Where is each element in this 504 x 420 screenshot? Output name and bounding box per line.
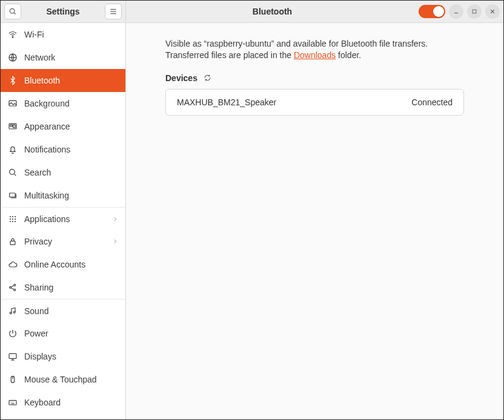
background-icon xyxy=(8,99,18,108)
sidebar-item-network[interactable]: Network xyxy=(1,46,125,69)
sidebar-item-label: Privacy xyxy=(24,237,105,246)
svg-rect-36 xyxy=(9,401,16,405)
content: Visible as “raspberry-ubuntu” and availa… xyxy=(126,23,503,116)
sidebar-item-online-accounts[interactable]: Online Accounts xyxy=(1,253,125,276)
chevron-right-icon xyxy=(112,238,118,244)
svg-rect-9 xyxy=(10,125,12,126)
sidebar-item-sharing[interactable]: Sharing xyxy=(1,276,125,299)
search-button[interactable] xyxy=(4,4,21,19)
keyboard-icon xyxy=(8,398,18,407)
device-name: MAXHUB_BM21_Speaker xyxy=(177,97,276,107)
close-button[interactable] xyxy=(485,4,500,19)
svg-point-0 xyxy=(10,8,15,13)
sidebar-item-label: Background xyxy=(24,99,118,108)
share-icon xyxy=(8,283,18,292)
svg-point-15 xyxy=(12,215,13,217)
sidebar-item-bluetooth[interactable]: Bluetooth xyxy=(1,69,125,92)
maximize-button[interactable] xyxy=(467,4,482,19)
maximize-icon xyxy=(471,8,477,15)
device-list: MAXHUB_BM21_Speaker Connected xyxy=(165,89,464,116)
svg-point-17 xyxy=(10,218,11,219)
sound-icon xyxy=(8,306,18,316)
svg-point-11 xyxy=(10,169,15,175)
sidebar-title: Settings xyxy=(25,7,101,16)
svg-point-20 xyxy=(10,220,11,221)
sidebar-item-multitasking[interactable]: Multitasking xyxy=(1,184,125,207)
svg-point-30 xyxy=(13,311,15,313)
svg-line-27 xyxy=(11,286,14,287)
wifi-icon xyxy=(8,30,18,39)
sidebar-item-label: Online Accounts xyxy=(24,260,118,269)
sidebar-item-label: Power xyxy=(24,329,118,338)
svg-point-26 xyxy=(14,289,16,291)
devices-label: Devices xyxy=(165,73,197,83)
menu-button[interactable] xyxy=(105,4,122,19)
sidebar-item-label: Keyboard xyxy=(24,398,118,407)
sidebar-item-search[interactable]: Search xyxy=(1,161,125,184)
svg-line-12 xyxy=(14,174,16,176)
lock-icon xyxy=(8,237,18,246)
svg-point-16 xyxy=(15,215,16,217)
svg-rect-31 xyxy=(9,353,16,358)
sidebar-item-sound[interactable]: Sound xyxy=(1,299,125,322)
hamburger-icon xyxy=(109,7,118,16)
svg-rect-10 xyxy=(13,125,15,128)
sidebar-item-label: Multitasking xyxy=(24,191,118,200)
bluetooth-icon xyxy=(8,76,18,85)
svg-rect-23 xyxy=(10,241,15,244)
mouse-icon xyxy=(8,375,18,384)
refresh-icon xyxy=(204,74,211,82)
sidebar-item-label: Network xyxy=(24,53,118,62)
sidebar-item-notifications[interactable]: Notifications xyxy=(1,138,125,161)
sidebar-item-mouse[interactable]: Mouse & Touchpad xyxy=(1,368,125,391)
main: Bluetooth Visible as “ xyxy=(126,1,503,419)
chevron-right-icon xyxy=(112,216,118,222)
sidebar-item-label: Bluetooth xyxy=(24,76,118,85)
visibility-description: Visible as “raspberry-ubuntu” and availa… xyxy=(165,38,464,61)
svg-point-18 xyxy=(12,218,13,219)
svg-point-19 xyxy=(15,218,16,219)
device-row[interactable]: MAXHUB_BM21_Speaker Connected xyxy=(166,90,463,115)
sidebar-item-keyboard[interactable]: Keyboard xyxy=(1,391,125,414)
svg-rect-13 xyxy=(10,193,15,197)
sidebar-item-power[interactable]: Power xyxy=(1,322,125,345)
sidebar-item-label: Search xyxy=(24,168,118,177)
power-icon xyxy=(8,329,18,338)
svg-point-21 xyxy=(12,220,13,221)
sidebar-item-wifi[interactable]: Wi-Fi xyxy=(1,23,125,46)
svg-point-24 xyxy=(10,287,12,289)
bell-icon xyxy=(8,145,18,154)
svg-point-22 xyxy=(15,220,16,221)
downloads-link[interactable]: Downloads xyxy=(294,50,336,60)
sidebar-item-label: Displays xyxy=(24,352,118,361)
search-icon xyxy=(8,7,17,16)
svg-point-25 xyxy=(14,284,16,286)
sidebar-item-background[interactable]: Background xyxy=(1,92,125,115)
page-title: Bluetooth xyxy=(130,7,415,16)
desc-text-post: folder. xyxy=(336,50,361,60)
svg-line-1 xyxy=(14,13,16,15)
device-status: Connected xyxy=(411,97,453,107)
sidebar-header: Settings xyxy=(1,1,125,23)
minimize-icon xyxy=(453,8,459,15)
bluetooth-toggle[interactable] xyxy=(419,5,445,18)
close-icon xyxy=(489,8,496,15)
sidebar-item-appearance[interactable]: Appearance xyxy=(1,115,125,138)
minimize-button[interactable] xyxy=(449,4,463,19)
devices-header: Devices xyxy=(165,73,464,83)
appearance-icon xyxy=(8,122,18,131)
sidebar-item-label: Notifications xyxy=(24,145,118,154)
sidebar-item-label: Wi-Fi xyxy=(24,30,118,39)
sidebar-item-label: Appearance xyxy=(24,122,118,131)
apps-icon xyxy=(8,214,18,224)
toggle-knob xyxy=(433,6,444,17)
sidebar-item-applications[interactable]: Applications xyxy=(1,207,125,230)
svg-line-28 xyxy=(11,288,14,290)
svg-point-29 xyxy=(10,312,12,313)
sidebar-item-displays[interactable]: Displays xyxy=(1,345,125,368)
sidebar-item-label: Applications xyxy=(24,214,105,224)
sidebar: Settings Wi-Fi Network xyxy=(1,1,126,419)
search-icon xyxy=(8,168,18,177)
svg-point-5 xyxy=(12,37,13,38)
sidebar-item-privacy[interactable]: Privacy xyxy=(1,230,125,253)
